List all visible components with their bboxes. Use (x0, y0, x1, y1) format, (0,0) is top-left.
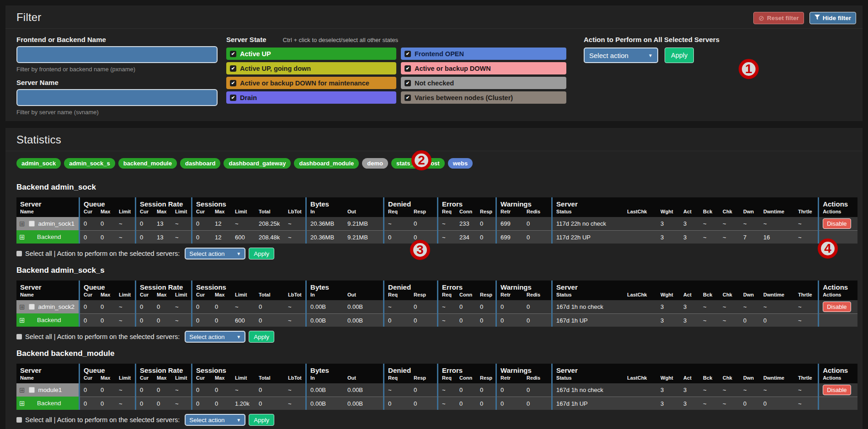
backend-badge[interactable]: dashboard_module (294, 158, 359, 169)
disable-button[interactable]: Disable (823, 385, 851, 395)
server-state-toggle-label: Active or backup DOWN for maintenance (240, 79, 369, 87)
pxname-input[interactable] (16, 46, 218, 63)
row-action-select-value: Select action (189, 250, 224, 257)
server-state-toggle[interactable]: ✔Active or backup DOWN (401, 62, 566, 74)
stat-cell: 0 (760, 397, 794, 410)
column-subheader: Resp (476, 375, 495, 383)
column-subheader: Max (153, 291, 171, 300)
column-subheader: Chk (719, 291, 740, 300)
stat-cell: 3 (657, 383, 680, 397)
stat-cell: ~ (437, 313, 456, 327)
server-state-toggle[interactable]: ✔Active UP, going down (226, 62, 396, 74)
column-subheader: Cur (79, 375, 97, 383)
select-all-checkbox[interactable] (16, 417, 22, 423)
checkbox-checked-icon: ✔ (405, 51, 411, 57)
row-checkbox[interactable] (29, 221, 35, 227)
backend-badge[interactable]: backend_module (118, 158, 177, 169)
column-group-header: Queue (79, 281, 135, 291)
stat-cell: 0 (476, 397, 495, 410)
column-subheader: Conn (456, 208, 476, 217)
disable-button[interactable]: Disable (823, 302, 851, 312)
server-state-toggle[interactable]: ✔Not checked (401, 77, 566, 89)
stat-cell (623, 300, 657, 313)
column-subheader: Actions (818, 375, 857, 383)
column-subheader: Conn (456, 375, 476, 383)
expand-icon[interactable]: ⊞ (19, 317, 25, 323)
select-all-checkbox[interactable] (16, 334, 22, 339)
expand-icon[interactable]: ⊞ (19, 233, 25, 240)
backend-badge[interactable]: demo (362, 158, 388, 169)
column-group-header: Warnings (495, 364, 551, 375)
table-footer: Select all | Action to perform on the se… (16, 248, 852, 260)
mass-action-select[interactable]: Select action ▼ (584, 48, 658, 63)
column-subheader: In (305, 208, 344, 217)
column-subheader: Out (344, 375, 383, 383)
column-group-header: Server (16, 364, 79, 375)
column-group-header: Actions (818, 364, 857, 375)
stat-cell: ~ (383, 300, 410, 313)
server-state-toggle[interactable]: ✔Active UP (226, 48, 396, 60)
select-all-checkbox[interactable] (16, 251, 22, 256)
column-group-header: Errors (437, 364, 495, 375)
expand-icon[interactable]: ⊞ (19, 303, 25, 310)
server-state-toggle[interactable]: ✔Frontend OPEN (401, 48, 566, 60)
row-action-select[interactable]: Select action▼ (185, 248, 245, 260)
backend-section: Backend backend_moduleServerQueueSession… (16, 349, 852, 426)
column-subheader: Dwn (740, 291, 760, 300)
backend-badge[interactable]: dashboard_gateway (224, 158, 291, 169)
stat-cell: 0 (211, 397, 231, 410)
stat-cell: 9.21MB (344, 217, 383, 230)
column-subheader: Bck (699, 208, 719, 217)
stat-cell: ~ (719, 300, 740, 313)
row-action-select[interactable]: Select action▼ (185, 331, 245, 343)
column-subheader: Cur (79, 208, 97, 217)
expand-icon[interactable]: ⊞ (19, 400, 25, 407)
hide-filter-button[interactable]: Hide filter (809, 12, 856, 24)
stat-cell: ~ (171, 300, 191, 313)
backend-badge[interactable]: admin_sock (16, 158, 61, 169)
stat-cell: 0 (495, 397, 523, 410)
disable-button[interactable]: Disable (823, 218, 851, 229)
column-subheader: Limit (231, 291, 255, 300)
server-state-toggle[interactable]: ✔Drain (226, 91, 396, 104)
column-group-header: Denied (383, 364, 437, 375)
table-row: ⊞admin_sock200~00~00~0~0.00B0.00B~0~0000… (16, 300, 857, 313)
row-checkbox[interactable] (29, 304, 35, 310)
server-name-label: admin_sock2 (38, 303, 75, 310)
row-action-apply-button[interactable]: Apply (249, 248, 274, 260)
server-name-cell: ⊞admin_sock1 (16, 217, 79, 230)
stat-cell: 0 (410, 383, 437, 397)
row-action-apply-button[interactable]: Apply (249, 331, 274, 343)
svname-input[interactable] (16, 89, 218, 106)
column-subheader: Max (97, 208, 115, 217)
column-group-header: Server (551, 197, 818, 208)
mass-action-apply-button[interactable]: Apply (665, 48, 694, 63)
row-action-apply-button[interactable]: Apply (249, 414, 274, 426)
stat-cell: ~ (284, 300, 305, 313)
server-state-column: Server State Ctrl + click to deselect/se… (226, 36, 571, 104)
stat-cell: 0 (255, 397, 284, 410)
reset-filter-button[interactable]: ⊘ Reset filter (753, 12, 804, 24)
column-subheader: Total (255, 375, 284, 383)
column-subheader: Wght (657, 375, 680, 383)
column-subheader: Status (551, 375, 623, 383)
column-subheader: Wght (657, 208, 680, 217)
column-subheader: Cur (191, 291, 211, 300)
backend-badge[interactable]: admin_sock_s (64, 158, 115, 169)
column-subheader: LbTot (284, 208, 305, 217)
stat-cell: ~ (794, 397, 818, 410)
server-state-toggle[interactable]: ✔Active or backup DOWN for maintenance (226, 77, 396, 89)
backend-badge[interactable]: dashboard (180, 158, 220, 169)
expand-icon[interactable]: ⊞ (19, 387, 25, 393)
server-state-toggle[interactable]: ✔Varies between nodes (Cluster) (401, 91, 566, 104)
row-action-select[interactable]: Select action▼ (185, 414, 245, 426)
stat-cell: ~ (115, 313, 135, 327)
row-checkbox[interactable] (29, 387, 35, 393)
stat-cell: 0.00B (305, 383, 344, 397)
stat-cell: 0 (383, 313, 410, 327)
column-group-header: Server (551, 281, 818, 291)
stat-cell: 0 (97, 230, 115, 244)
backend-badge[interactable]: webs (448, 158, 473, 169)
expand-icon[interactable]: ⊞ (19, 220, 25, 227)
column-subheader: In (305, 375, 344, 383)
